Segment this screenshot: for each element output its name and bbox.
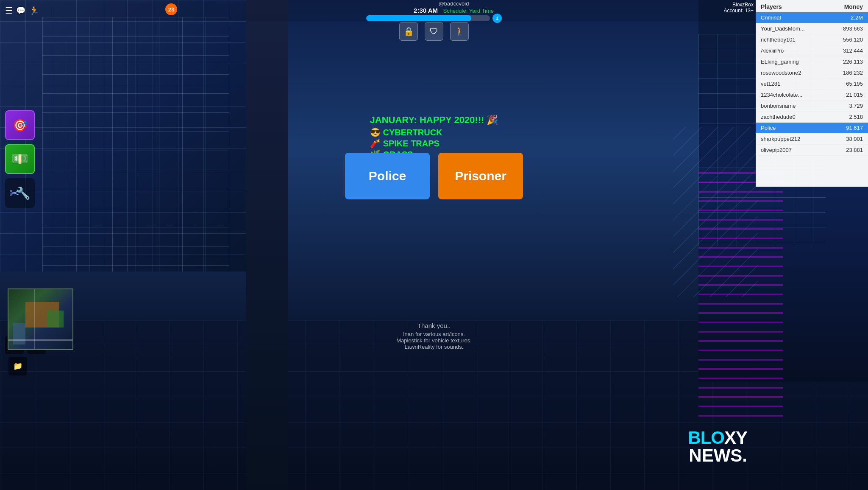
bloxy-o: O: [711, 428, 724, 448]
minimap-building-2: [47, 311, 64, 328]
leaderboard-row-1: Your_DadsMom...893,663: [756, 23, 868, 34]
lb-name-11: sharkpuppet212: [761, 136, 833, 142]
lb-name-4: ELking_gaming: [761, 59, 833, 65]
news-dot: .: [742, 445, 747, 465]
chat-icon[interactable]: 💬: [16, 6, 25, 15]
left-ui: 🎯 💵 ✂ 🔧: [5, 110, 35, 208]
credits-line1: Inan for various art/icons.: [396, 331, 472, 337]
lb-name-5: rosewoodstone2: [761, 70, 833, 76]
lb-name-8: bonbonsname: [761, 103, 833, 109]
wrench-item[interactable]: ✂ 🔧: [5, 178, 35, 208]
lb-money-10: 91,617: [833, 125, 863, 131]
progress-badge: 1: [492, 14, 502, 23]
lb-money-1: 893,663: [833, 25, 863, 32]
minimap-road: [8, 339, 72, 341]
news-text: NEWS.: [688, 447, 747, 465]
lb-money-11: 38,001: [833, 136, 863, 142]
lb-money-9: 2,518: [833, 114, 863, 120]
leaderboard-row-5: rosewoodstone2186,232: [756, 67, 868, 78]
announcement-title: JANUARY: HAPPY 2020!!! 🎉: [370, 115, 498, 126]
minimap-background: [8, 289, 72, 349]
bloxy-b: BL: [688, 428, 711, 448]
bloxy-text: BLOXY: [688, 429, 747, 447]
leaderboard-row-3: AlexiiiPro312,444: [756, 45, 868, 56]
top-left-icons: ☰ 💬 🏃: [0, 6, 39, 16]
leaderboard-col-money: Money: [844, 3, 863, 10]
lb-name-7: 1234cholcolate...: [761, 92, 833, 98]
schedule-label: Schedule: Yard Time: [443, 8, 493, 14]
walk-icon[interactable]: 🚶: [450, 22, 469, 41]
bloxzbox-label: BloxzBox Account: 13+: [724, 2, 754, 14]
credits-line3: LawnReality for sounds.: [396, 344, 472, 350]
folder-icon[interactable]: 📁: [8, 357, 27, 375]
bloxzbox-title: BloxzBox: [724, 2, 754, 8]
leaderboard-row-7: 1234cholcolate...21,015: [756, 90, 868, 101]
username-left: @badccvoid: [439, 0, 469, 7]
lb-money-4: 226,113: [833, 59, 863, 65]
lb-money-8: 3,729: [833, 103, 863, 109]
lb-name-0: Criminal: [761, 14, 833, 21]
minimap-building-3: [13, 323, 25, 344]
player-icon[interactable]: 🏃: [29, 6, 39, 16]
lb-name-1: Your_DadsMom...: [761, 25, 833, 32]
lb-money-0: 2.2M: [833, 14, 863, 21]
leaderboard-row-2: richtheboy101556,120: [756, 34, 868, 45]
purple-item[interactable]: 🎯: [5, 110, 35, 140]
leaderboard: Players Money Criminal2.2MYour_DadsMom..…: [756, 0, 868, 187]
building-left: [0, 0, 246, 272]
neon-lights: [698, 170, 783, 424]
player-count-badge: 23: [165, 3, 177, 15]
progress-bar-fill: [366, 15, 471, 21]
bloxzbox-subtitle: Account: 13+: [724, 8, 754, 14]
leaderboard-col-players: Players: [761, 3, 782, 10]
leaderboard-row-10: Police91,617: [756, 123, 868, 134]
leaderboard-header: Players Money: [756, 0, 868, 12]
leaderboard-row-6: vet128165,195: [756, 78, 868, 90]
credits-thankyou: Thank you..: [396, 322, 472, 329]
progress-bar-background: [366, 15, 490, 21]
lb-money-3: 312,444: [833, 48, 863, 54]
leaderboard-rows: Criminal2.2MYour_DadsMom...893,663richth…: [756, 12, 868, 156]
leaderboard-row-8: bonbonsname3,729: [756, 101, 868, 112]
time-display: 2:30 AM: [414, 7, 438, 14]
leaderboard-row-12: olivepip200723,881: [756, 145, 868, 156]
bloxy-xy: XY: [724, 428, 747, 448]
minimap-road-v: [34, 289, 35, 349]
shield-icon[interactable]: 🛡: [425, 22, 443, 41]
minimap: [8, 288, 73, 350]
leaderboard-row-11: sharkpuppet21238,001: [756, 134, 868, 145]
center-structure: [246, 0, 288, 490]
lb-name-12: olivepip2007: [761, 147, 833, 153]
lb-money-12: 23,881: [833, 147, 863, 153]
lb-name-2: richtheboy101: [761, 36, 833, 43]
leaderboard-row-9: zachthedude02,518: [756, 112, 868, 123]
progress-container: 1: [366, 14, 502, 23]
handcuffs-icon[interactable]: 🔒: [399, 22, 418, 41]
center-icons: 🔒 🛡 🚶: [399, 22, 469, 41]
lb-money-5: 186,232: [833, 70, 863, 76]
lb-money-6: 65,195: [833, 81, 863, 87]
window-grid-left: [42, 17, 229, 272]
lb-name-9: zachthedude0: [761, 114, 833, 120]
leaderboard-row-0: Criminal2.2M: [756, 12, 868, 23]
announcement-line-1: 😎CYBERTRUCK: [370, 127, 498, 137]
bloxy-news: BLOXY NEWS.: [688, 429, 747, 465]
lb-name-10: Police: [761, 125, 833, 131]
leaderboard-row-4: ELking_gaming226,113: [756, 56, 868, 67]
announcement-line-2: 🧨SPIKE TRAPS: [370, 138, 498, 148]
police-button[interactable]: Police: [345, 153, 430, 199]
lb-money-7: 21,015: [833, 92, 863, 98]
hamburger-menu-icon[interactable]: ☰: [5, 6, 13, 16]
credits-line2: Maplestick for vehicle textures.: [396, 337, 472, 344]
lb-name-3: AlexiiiPro: [761, 48, 833, 54]
prisoner-button[interactable]: Prisoner: [438, 153, 523, 199]
credits: Thank you.. Inan for various art/icons. …: [396, 322, 472, 350]
cash-item[interactable]: 💵: [5, 144, 35, 174]
lb-money-2: 556,120: [833, 36, 863, 43]
team-buttons: Police Prisoner: [345, 153, 523, 199]
lb-name-6: vet1281: [761, 81, 833, 87]
folder-icon-container[interactable]: 📁: [8, 357, 27, 375]
